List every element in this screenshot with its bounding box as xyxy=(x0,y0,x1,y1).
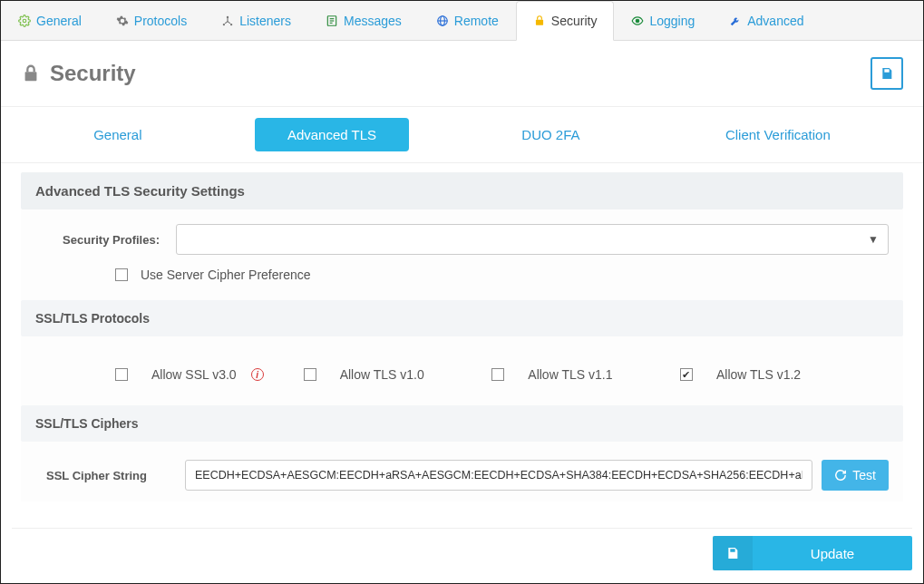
svg-point-2 xyxy=(223,23,225,24)
cog-icon xyxy=(116,15,129,27)
document-icon xyxy=(326,15,338,27)
tab-label: Remote xyxy=(454,14,499,28)
svg-rect-13 xyxy=(25,72,37,81)
security-profiles-select[interactable]: ▼ xyxy=(176,224,889,255)
tab-remote[interactable]: Remote xyxy=(419,1,516,40)
lock-icon xyxy=(21,63,41,83)
cipher-string-label: SSL Cipher String xyxy=(35,469,176,482)
tab-label: Security xyxy=(551,14,598,28)
sub-tab-general[interactable]: General xyxy=(61,118,174,151)
tab-security[interactable]: Security xyxy=(516,1,615,41)
tab-label: General xyxy=(36,14,82,28)
protocols-header: SSL/TLS Protocols xyxy=(21,300,903,336)
save-icon xyxy=(880,66,894,81)
page-title: Security xyxy=(50,61,136,86)
wrench-icon xyxy=(729,15,742,27)
info-icon[interactable]: i xyxy=(251,368,264,381)
refresh-icon xyxy=(834,469,847,482)
allow-tls12-label: Allow TLS v1.2 xyxy=(716,367,801,382)
page-header: Security xyxy=(1,41,923,107)
chevron-down-icon: ▼ xyxy=(868,233,879,246)
allow-tls10-label: Allow TLS v1.0 xyxy=(340,367,424,382)
lock-icon xyxy=(533,15,546,27)
globe-icon xyxy=(436,15,449,27)
update-label: Update xyxy=(753,546,912,561)
footer-bar: Update xyxy=(12,528,912,578)
svg-rect-11 xyxy=(536,20,543,25)
svg-point-12 xyxy=(637,19,640,23)
allow-tls11-checkbox[interactable] xyxy=(491,368,504,381)
network-icon xyxy=(221,15,234,27)
content-panel: Advanced TLS Security Settings Security … xyxy=(1,163,923,501)
svg-point-0 xyxy=(23,19,26,23)
server-cipher-pref-label: Use Server Cipher Preference xyxy=(141,268,311,282)
allow-sslv3-checkbox[interactable] xyxy=(115,368,128,381)
tab-label: Advanced xyxy=(747,14,803,28)
save-button[interactable] xyxy=(871,57,903,90)
server-cipher-pref-checkbox[interactable] xyxy=(115,268,128,281)
svg-point-1 xyxy=(227,15,229,17)
allow-sslv3-label: Allow SSL v3.0 xyxy=(151,367,237,382)
tab-label: Protocols xyxy=(134,14,187,28)
gear-icon xyxy=(18,15,31,27)
tab-listeners[interactable]: Listeners xyxy=(204,1,308,40)
section-header: Advanced TLS Security Settings xyxy=(21,172,903,209)
eye-icon xyxy=(631,15,644,27)
save-icon xyxy=(713,536,753,570)
sub-tab-advanced-tls[interactable]: Advanced TLS xyxy=(255,118,409,151)
tab-logging[interactable]: Logging xyxy=(614,1,712,40)
ciphers-header: SSL/TLS Ciphers xyxy=(21,405,903,442)
sub-tab-client-verification[interactable]: Client Verification xyxy=(693,118,863,151)
allow-tls10-checkbox[interactable] xyxy=(304,368,316,381)
test-label: Test xyxy=(852,468,876,482)
tab-messages[interactable]: Messages xyxy=(308,1,419,40)
cipher-string-input[interactable] xyxy=(185,460,812,491)
update-button[interactable]: Update xyxy=(713,536,912,570)
profiles-label: Security Profiles: xyxy=(35,233,176,247)
allow-tls12-checkbox[interactable] xyxy=(680,368,693,381)
sub-tab-duo-2fa[interactable]: DUO 2FA xyxy=(489,118,612,151)
top-tab-bar: General Protocols Listeners Messages Rem… xyxy=(1,1,923,41)
tab-label: Listeners xyxy=(239,14,291,28)
tab-label: Messages xyxy=(344,14,402,28)
tab-protocols[interactable]: Protocols xyxy=(99,1,204,40)
tab-label: Logging xyxy=(649,14,695,28)
test-button[interactable]: Test xyxy=(822,460,889,491)
tab-advanced[interactable]: Advanced xyxy=(712,1,821,40)
allow-tls11-label: Allow TLS v1.1 xyxy=(528,367,612,382)
svg-point-3 xyxy=(230,23,232,24)
sub-tab-bar: General Advanced TLS DUO 2FA Client Veri… xyxy=(1,107,923,163)
tab-general[interactable]: General xyxy=(1,1,99,40)
